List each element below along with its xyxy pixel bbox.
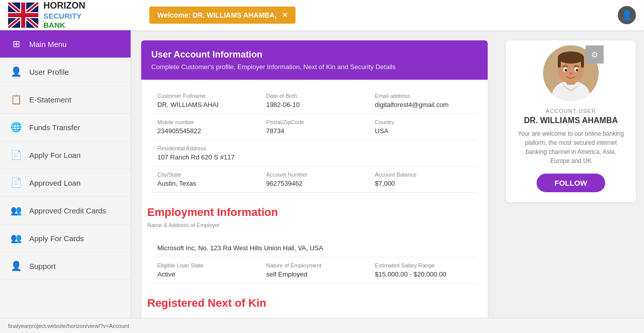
nature-label: Nature of Employment (266, 262, 363, 268)
sidebar-item-approved-loan[interactable]: 📄 Approved Loan (0, 169, 131, 197)
funds-transfer-icon: 🌐 (10, 122, 22, 133)
sidebar-item-funds-transfer[interactable]: 🌐 Funds Transfer (0, 114, 131, 141)
account-info-card: User Account Information Complete Custom… (141, 40, 488, 318)
account-number-label: Account Number (266, 172, 363, 178)
sidebar-item-user-profile[interactable]: 👤 User Profile (0, 58, 131, 86)
salary-label: Estimated Salary Range (375, 262, 472, 268)
e-statement-icon: 📋 (10, 94, 22, 105)
approved-loan-icon: 📄 (10, 177, 22, 188)
avatar-wrapper: ⚙ (543, 45, 599, 101)
sidebar-item-e-statement[interactable]: 📋 E-Statement (0, 86, 131, 114)
postal-value: 78734 (266, 127, 363, 135)
residential-value: 107 Ranch Rd 620 S #117 (157, 153, 472, 161)
email-label: Email address (375, 93, 472, 99)
mobile-cell: Mobile number 234905545822 (151, 114, 260, 140)
account-number-value: 9627539462 (266, 180, 363, 187)
sidebar-item-apply-for-cards[interactable]: 👥 Apply For Cards (0, 225, 131, 252)
account-balance-value: $7,000 (375, 180, 472, 187)
city-state-label: City/State (157, 172, 254, 178)
welcome-banner: Welcome: DR. WILLIAMS AHAMBA, × (149, 7, 296, 24)
svg-point-13 (558, 51, 584, 64)
email-cell: Email address digitalforest4@gmail.com (369, 88, 478, 114)
account-balance-label: Account Balance (375, 172, 472, 178)
follow-button[interactable]: FOLLOW (537, 174, 606, 192)
account-user-desc: Your are welcome to our online banking p… (516, 129, 626, 165)
card-subtitle: Complete Customer's profile, Employer In… (151, 63, 478, 71)
account-user-label: ACCOUNT USER (546, 108, 596, 114)
support-icon: 👤 (10, 260, 22, 271)
account-user-name: DR. WILLIAMS AHAMBA (524, 116, 618, 125)
city-state-value: Austin, Texas (157, 180, 254, 187)
svg-rect-15 (581, 58, 584, 68)
residential-label: Residential Address (157, 145, 472, 151)
sidebar-label-approved-loan: Approved Loan (29, 179, 81, 187)
mobile-label: Mobile number (157, 119, 254, 125)
country-label: Country (375, 119, 472, 125)
fullname-value: DR. WILLIAMS AHAI (157, 101, 254, 108)
user-profile-icon: 👤 (10, 66, 22, 77)
city-state-cell: City/State Austin, Texas (151, 166, 260, 193)
gear-button[interactable]: ⚙ (586, 45, 604, 64)
dob-value: 1982-06-10 (266, 101, 363, 108)
sidebar-label-funds-transfer: Funds Transfer (29, 123, 80, 132)
sidebar-item-main-menu[interactable]: ⊞ Main Menu (0, 30, 131, 58)
next-of-kin-grid: Beneficiary Name Occupation Beneficiary … (141, 313, 488, 318)
user-avatar-icon[interactable]: 👤 (618, 6, 636, 24)
bottom-bar: finalyearproject.website/horizon/view/?v… (0, 318, 644, 333)
fullname-label: Customer Fullname (157, 93, 254, 99)
residential-cell: Residential Address 107 Ranch Rd 620 S #… (151, 140, 478, 166)
welcome-text: Welcome: DR. WILLIAMS AHAMBA, (157, 11, 276, 19)
sidebar-item-apply-for-loan[interactable]: 📄 Apply For Loan (0, 141, 131, 169)
info-grid: Customer Fullname DR. WILLIAMS AHAI Date… (141, 80, 488, 201)
employer-value-cell: Microsoft Inc, No. 123 Rd West Hills Uni… (151, 239, 478, 257)
salary-value: $15,000.00 - $20,000.00 (375, 270, 472, 278)
employer-info-grid: Microsoft Inc, No. 123 Rd West Hills Uni… (141, 231, 488, 292)
sidebar-label-user-profile: User Profile (29, 68, 69, 76)
mobile-value: 234905545822 (157, 127, 254, 135)
logo-area: HORIZON SECURITY BANK (8, 1, 139, 30)
logo-flag (8, 3, 38, 28)
right-panel: ⚙ ACCOUNT USER DR. WILLIAMS AHAMBA Your … (498, 30, 644, 318)
email-value: digitalforest4@gmail.com (375, 101, 472, 108)
svg-point-20 (569, 73, 572, 75)
account-number-cell: Account Number 9627539462 (260, 166, 369, 193)
employer-value: Microsoft Inc, No. 123 Rd West Hills Uni… (157, 244, 472, 252)
loan-state-cell: Eligible Loan State Active (151, 257, 260, 284)
sidebar-item-support[interactable]: 👤 Support (0, 252, 131, 280)
sidebar-label-e-statement: E-Statement (29, 95, 71, 104)
person-icon: 👤 (621, 10, 632, 21)
loan-state-label: Eligible Loan State (157, 262, 254, 268)
content-area: User Account Information Complete Custom… (131, 30, 498, 318)
country-value: USA (375, 127, 472, 135)
approved-cards-icon: 👥 (10, 205, 22, 216)
card-title: User Account Information (151, 49, 478, 60)
svg-point-18 (565, 69, 567, 72)
employment-section-title: Employment Information (147, 206, 482, 219)
postal-label: Postal/ZipCode (266, 119, 363, 125)
logo-line2: SECURITY (43, 12, 85, 21)
sidebar-label-main-menu: Main Menu (29, 40, 67, 48)
logo-line3: BANK (43, 21, 85, 30)
topbar: HORIZON SECURITY BANK Welcome: DR. WILLI… (0, 0, 644, 30)
logo-line1: HORIZON (43, 1, 85, 12)
apply-loan-icon: 📄 (10, 149, 22, 160)
employer-label: Name & Address of Employer (147, 222, 482, 228)
gear-icon: ⚙ (591, 50, 598, 60)
sidebar-label-support: Support (29, 262, 56, 270)
account-balance-cell: Account Balance $7,000 (369, 166, 478, 193)
next-of-kin-title: Registered Next of Kin (147, 297, 482, 310)
main-menu-icon: ⊞ (10, 38, 22, 49)
sidebar-label-approved-credit-cards: Approved Credit Cards (29, 206, 106, 215)
card-header: User Account Information Complete Custom… (141, 40, 488, 80)
postal-cell: Postal/ZipCode 78734 (260, 114, 369, 140)
fullname-cell: Customer Fullname DR. WILLIAMS AHAI (151, 88, 260, 114)
country-cell: Country USA (369, 114, 478, 140)
dob-label: Date of Birth (266, 93, 363, 99)
loan-state-value: Active (157, 270, 254, 278)
close-button[interactable]: × (282, 11, 287, 20)
svg-rect-14 (558, 58, 561, 68)
salary-cell: Estimated Salary Range $15,000.00 - $20,… (369, 257, 478, 284)
profile-card: ⚙ ACCOUNT USER DR. WILLIAMS AHAMBA Your … (506, 40, 636, 202)
sidebar-item-approved-credit-cards[interactable]: 👥 Approved Credit Cards (0, 197, 131, 225)
dob-cell: Date of Birth 1982-06-10 (260, 88, 369, 114)
